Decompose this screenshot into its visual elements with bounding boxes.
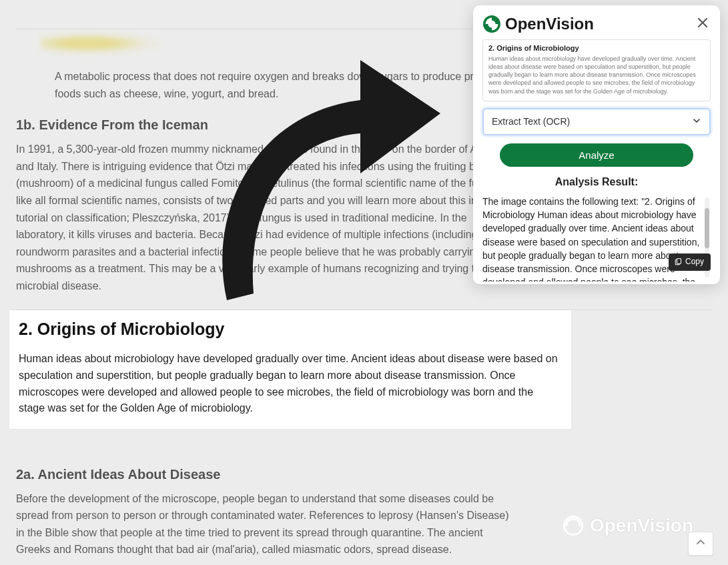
result-heading: Analysis Result: bbox=[482, 176, 711, 188]
chevron-down-icon bbox=[692, 116, 701, 127]
result-text-box[interactable]: The image contains the following text: "… bbox=[482, 195, 711, 281]
mode-select-value: Extract Text (OCR) bbox=[492, 116, 570, 127]
selection-highlight: 2. Origins of Microbiology Human ideas a… bbox=[9, 310, 571, 429]
paragraph-2: Human ideas about microbiology have deve… bbox=[19, 351, 559, 417]
panel-brand-name: OpenVision bbox=[505, 15, 594, 33]
result-text: The image contains the following text: "… bbox=[482, 196, 699, 281]
scrollbar-thumb[interactable] bbox=[705, 208, 709, 248]
paragraph-2a-1: Before the development of the microscope… bbox=[16, 490, 510, 558]
close-icon bbox=[697, 17, 708, 28]
paragraph-1b: In 1991, a 5,300-year-old frozen mummy n… bbox=[16, 141, 516, 294]
panel-brand: OpenVision bbox=[482, 15, 594, 33]
captured-snippet: 2. Origins of Microbiology Human ideas a… bbox=[482, 39, 711, 101]
site-logo-blur bbox=[40, 32, 160, 55]
analyze-button[interactable]: Analyze bbox=[500, 143, 693, 167]
openvision-panel: OpenVision 2. Origins of Microbiology Hu… bbox=[473, 5, 720, 284]
svg-rect-2 bbox=[677, 259, 681, 264]
close-button[interactable] bbox=[695, 13, 711, 34]
snippet-title: 2. Origins of Microbiology bbox=[488, 44, 705, 52]
chevron-up-icon bbox=[695, 537, 706, 550]
heading-2a: 2a. Ancient Ideas About Disease bbox=[16, 464, 712, 485]
copy-button[interactable]: Copy bbox=[669, 253, 711, 270]
copy-icon bbox=[674, 258, 682, 266]
snippet-body: Human ideas about microbiology have deve… bbox=[488, 55, 705, 95]
heading-2: 2. Origins of Microbiology bbox=[19, 320, 559, 339]
openvision-watermark: OpenVision bbox=[562, 514, 693, 537]
openvision-watermark-icon bbox=[562, 514, 585, 537]
openvision-logo-icon bbox=[482, 15, 501, 33]
mode-select[interactable]: Extract Text (OCR) bbox=[482, 108, 711, 135]
